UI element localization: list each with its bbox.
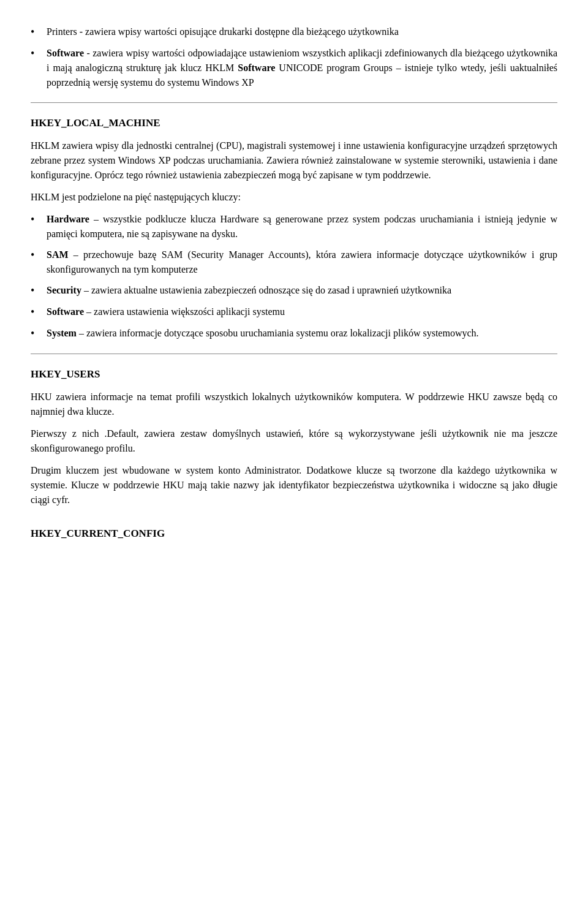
bullet-dot-security: • bbox=[31, 283, 42, 298]
software-text: Software - zawiera wpisy wartości odpowi… bbox=[47, 46, 557, 90]
bullet-dot-sam: • bbox=[31, 248, 42, 263]
list-item-security: • Security – zawiera aktualne ustawienia… bbox=[31, 283, 557, 298]
system-label: System bbox=[47, 328, 77, 338]
list-item-printers: • Printers - zawiera wpisy wartości opis… bbox=[31, 25, 557, 40]
software2-text: Software – zawiera ustawienia większości… bbox=[47, 305, 557, 319]
system-text: System – zawiera informacje dotyczące sp… bbox=[47, 326, 557, 341]
divider-1 bbox=[31, 102, 557, 103]
bullet-dot-printers: • bbox=[31, 25, 42, 40]
hklm-heading: HKEY_LOCAL_MACHINE bbox=[31, 115, 557, 131]
software2-label: Software bbox=[47, 306, 84, 317]
list-item-software: • Software - zawiera wpisy wartości odpo… bbox=[31, 46, 557, 90]
hku-para3: Drugim kluczem jest wbudowane w system k… bbox=[31, 463, 557, 507]
security-label: Security bbox=[47, 285, 81, 295]
security-text: Security – zawiera aktualne ustawienia z… bbox=[47, 283, 557, 298]
divider-2 bbox=[31, 354, 557, 354]
list-item-system: • System – zawiera informacje dotyczące … bbox=[31, 326, 557, 341]
software-label: Software bbox=[47, 48, 84, 58]
bullet-dot-software2: • bbox=[31, 305, 42, 320]
hku-para1: HKU zawiera informacje na temat profili … bbox=[31, 390, 557, 419]
sam-text: SAM – przechowuje bazę SAM (Security Man… bbox=[47, 248, 557, 277]
main-content: • Printers - zawiera wpisy wartości opis… bbox=[31, 25, 557, 541]
hklm-bullet-list: • Hardware – wszystkie podklucze klucza … bbox=[31, 212, 557, 342]
hku-para2: Pierwszy z nich .Default, zawiera zestaw… bbox=[31, 426, 557, 456]
hku-heading: HKEY_USERS bbox=[31, 366, 557, 382]
list-item-software2: • Software – zawiera ustawienia większoś… bbox=[31, 305, 557, 320]
hardware-label: Hardware bbox=[47, 214, 89, 224]
hkcc-heading: HKEY_CURRENT_CONFIG bbox=[31, 526, 557, 542]
hardware-text: Hardware – wszystkie podklucze klucza Ha… bbox=[47, 212, 557, 241]
software-inline-bold: Software bbox=[238, 62, 275, 73]
bullet-dot-hardware: • bbox=[31, 212, 42, 227]
list-item-hardware: • Hardware – wszystkie podklucze klucza … bbox=[31, 212, 557, 241]
printers-text: Printers - zawiera wpisy wartości opisuj… bbox=[47, 25, 557, 39]
bullet-dot-software: • bbox=[31, 46, 42, 61]
hklm-para4: HKLM jest podzielone na pięć następujący… bbox=[31, 190, 557, 205]
intro-bullet-list: • Printers - zawiera wpisy wartości opis… bbox=[31, 25, 557, 90]
hklm-para1: HKLM zawiera wpisy dla jednostki central… bbox=[31, 138, 557, 183]
list-item-sam: • SAM – przechowuje bazę SAM (Security M… bbox=[31, 248, 557, 277]
hklm-para3-text: Oprócz tego również ustawienia zabezpiec… bbox=[95, 170, 431, 180]
bullet-dot-system: • bbox=[31, 326, 42, 341]
sam-label: SAM bbox=[47, 249, 69, 260]
